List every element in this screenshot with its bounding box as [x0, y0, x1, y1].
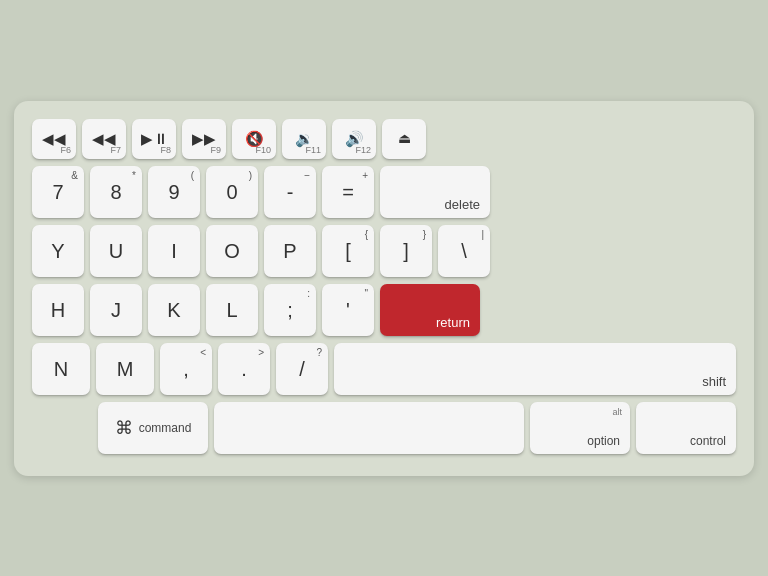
key-comma[interactable]: < ,	[160, 343, 212, 395]
f6-label: F6	[60, 145, 71, 155]
alt-label: alt	[612, 407, 622, 417]
key-delete[interactable]: delete	[380, 166, 490, 218]
key-o[interactable]: O	[206, 225, 258, 277]
shift-label: shift	[702, 374, 726, 389]
key-eject[interactable]: ⏏	[382, 119, 426, 159]
qwerty-row: Y U I O P { [ } ] | \	[32, 225, 736, 277]
key-bracket-open[interactable]: { [	[322, 225, 374, 277]
key-f8[interactable]: ▶⏸ F8	[132, 119, 176, 159]
key-command[interactable]: ⌘ command	[98, 402, 208, 454]
key-i[interactable]: I	[148, 225, 200, 277]
key-f11[interactable]: 🔉 F11	[282, 119, 326, 159]
key-semicolon[interactable]: : ;	[264, 284, 316, 336]
key-9[interactable]: ( 9	[148, 166, 200, 218]
key-minus[interactable]: − -	[264, 166, 316, 218]
key-j[interactable]: J	[90, 284, 142, 336]
key-8[interactable]: * 8	[90, 166, 142, 218]
key-f12[interactable]: 🔊 F12	[332, 119, 376, 159]
keyboard: ◀◀ F6 ◀◀ F7 ▶⏸ F8 ▶▶ F9 🔇 F10 🔉 F11 🔊 F1…	[14, 101, 754, 476]
f11-label: F11	[305, 145, 321, 155]
key-slash[interactable]: ? /	[276, 343, 328, 395]
eject-icon: ⏏	[398, 131, 411, 146]
key-n[interactable]: N	[32, 343, 90, 395]
fn-row: ◀◀ F6 ◀◀ F7 ▶⏸ F8 ▶▶ F9 🔇 F10 🔉 F11 🔊 F1…	[32, 119, 736, 159]
key-m[interactable]: M	[96, 343, 154, 395]
option-label: option	[587, 434, 620, 448]
key-p[interactable]: P	[264, 225, 316, 277]
key-0[interactable]: ) 0	[206, 166, 258, 218]
key-equal[interactable]: + =	[322, 166, 374, 218]
number-row: & 7 * 8 ( 9 ) 0 − - + = delete	[32, 166, 736, 218]
key-backslash[interactable]: | \	[438, 225, 490, 277]
f10-label: F10	[255, 145, 271, 155]
space-row: ⌘ command alt option control	[32, 402, 736, 454]
key-f6[interactable]: ◀◀ F6	[32, 119, 76, 159]
key-quote[interactable]: " '	[322, 284, 374, 336]
key-k[interactable]: K	[148, 284, 200, 336]
f8-label: F8	[160, 145, 171, 155]
key-7[interactable]: & 7	[32, 166, 84, 218]
key-y[interactable]: Y	[32, 225, 84, 277]
command-symbol: ⌘	[115, 417, 133, 439]
home-row: H J K L : ; " ' return	[32, 284, 736, 336]
key-u[interactable]: U	[90, 225, 142, 277]
f12-label: F12	[355, 145, 371, 155]
key-h[interactable]: H	[32, 284, 84, 336]
f7-label: F7	[110, 145, 121, 155]
key-period[interactable]: > .	[218, 343, 270, 395]
key-f7[interactable]: ◀◀ F7	[82, 119, 126, 159]
key-l[interactable]: L	[206, 284, 258, 336]
f9-label: F9	[210, 145, 221, 155]
key-f9[interactable]: ▶▶ F9	[182, 119, 226, 159]
control-label: control	[690, 434, 726, 448]
command-label: command	[139, 421, 192, 435]
return-label: return	[436, 315, 470, 330]
key-control[interactable]: control	[636, 402, 736, 454]
key-space[interactable]	[214, 402, 524, 454]
key-bracket-close[interactable]: } ]	[380, 225, 432, 277]
delete-label: delete	[445, 197, 480, 212]
key-shift[interactable]: shift	[334, 343, 736, 395]
key-option[interactable]: alt option	[530, 402, 630, 454]
key-f10[interactable]: 🔇 F10	[232, 119, 276, 159]
bottom-row: N M < , > . ? / shift	[32, 343, 736, 395]
key-return[interactable]: return	[380, 284, 480, 336]
